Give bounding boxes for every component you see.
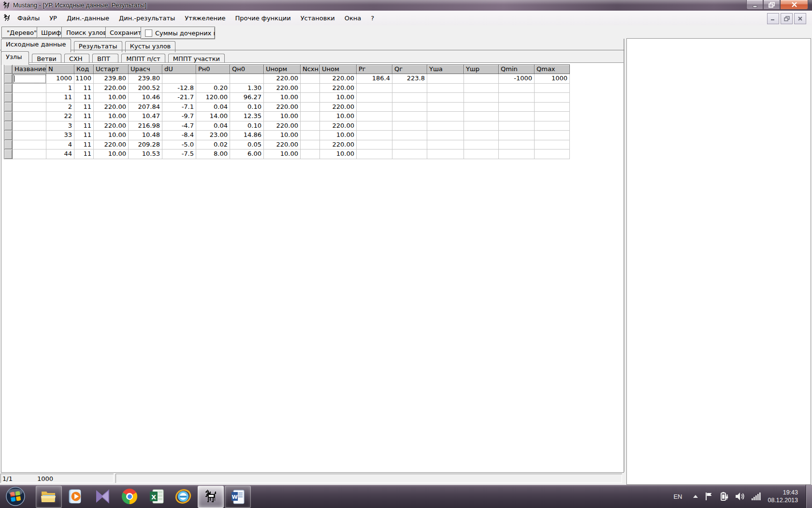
table-cell[interactable]: 216.98 bbox=[129, 121, 162, 131]
table-cell[interactable]: 120.00 bbox=[196, 93, 230, 103]
table-cell[interactable]: 239.80 bbox=[94, 74, 129, 84]
table-cell[interactable]: 22 bbox=[46, 112, 74, 121]
table-cell[interactable]: 220.00 bbox=[264, 121, 301, 131]
table-cell[interactable]: -12.8 bbox=[162, 84, 196, 93]
table-cell[interactable] bbox=[357, 103, 392, 112]
table-cell[interactable]: 10.00 bbox=[264, 149, 301, 159]
table-cell[interactable]: -5.0 bbox=[162, 140, 196, 150]
table-cell[interactable] bbox=[357, 93, 392, 103]
close-button[interactable] bbox=[780, 0, 808, 10]
table-cell[interactable] bbox=[301, 149, 320, 159]
column-header[interactable]: Uрасч bbox=[129, 65, 162, 74]
table-cell[interactable]: 220.00 bbox=[94, 121, 129, 131]
table-cell[interactable] bbox=[499, 103, 535, 112]
table-cell[interactable]: 11 bbox=[74, 93, 94, 103]
table-cell[interactable]: 10.00 bbox=[94, 149, 129, 159]
table-cell[interactable]: 1000 bbox=[535, 74, 570, 84]
table-cell[interactable]: 1000 bbox=[46, 74, 74, 84]
minimize-button[interactable] bbox=[746, 0, 763, 10]
table-cell[interactable] bbox=[535, 93, 570, 103]
taskbar-kmplayer-button[interactable] bbox=[90, 486, 115, 507]
table-cell[interactable] bbox=[357, 84, 392, 93]
table-cell[interactable]: -7.1 bbox=[162, 103, 196, 112]
column-header[interactable]: dU bbox=[162, 65, 196, 74]
table-cell[interactable]: 10.00 bbox=[264, 93, 301, 103]
tab-nodes[interactable]: Узлы bbox=[1, 51, 29, 65]
menu-help[interactable]: ? bbox=[366, 12, 379, 24]
table-cell[interactable]: 10.48 bbox=[129, 131, 162, 140]
row-selector[interactable] bbox=[4, 131, 13, 140]
table-cell[interactable] bbox=[392, 149, 427, 159]
table-cell[interactable]: 10.00 bbox=[94, 131, 129, 140]
table-cell[interactable]: 4 bbox=[46, 140, 74, 150]
table-cell[interactable]: 10.46 bbox=[129, 93, 162, 103]
table-cell[interactable]: 11 bbox=[74, 121, 94, 131]
table-cell[interactable] bbox=[427, 84, 464, 93]
table-cell[interactable]: 11 bbox=[74, 84, 94, 93]
network-button[interactable] bbox=[752, 493, 761, 500]
table-cell[interactable] bbox=[13, 103, 46, 112]
table-cell[interactable]: 10.47 bbox=[129, 112, 162, 121]
table-cell[interactable] bbox=[427, 93, 464, 103]
table-cell[interactable]: 1 bbox=[46, 84, 74, 93]
menu-dyn-data[interactable]: Дин.-данные bbox=[62, 12, 114, 24]
table-cell[interactable] bbox=[464, 93, 499, 103]
table-cell[interactable]: -9.7 bbox=[162, 112, 196, 121]
table-cell[interactable]: 11 bbox=[74, 131, 94, 140]
taskbar-ie-button[interactable] bbox=[171, 486, 196, 507]
table-cell[interactable]: 220.00 bbox=[320, 103, 357, 112]
table-cell[interactable]: 23.00 bbox=[196, 131, 230, 140]
table-cell[interactable] bbox=[357, 149, 392, 159]
table-cell[interactable]: 10.00 bbox=[94, 93, 129, 103]
table-cell[interactable]: 209.28 bbox=[129, 140, 162, 150]
table-cell[interactable]: -21.7 bbox=[162, 93, 196, 103]
table-cell[interactable] bbox=[535, 131, 570, 140]
column-header[interactable]: Uстарт bbox=[94, 65, 129, 74]
column-header[interactable]: Uнорм bbox=[264, 65, 301, 74]
column-header[interactable]: Qmax bbox=[535, 65, 570, 74]
table-cell[interactable] bbox=[464, 140, 499, 150]
column-header[interactable]: Yша bbox=[427, 65, 464, 74]
row-selector[interactable] bbox=[4, 103, 13, 112]
menu-dyn-results[interactable]: Дин.-результаты bbox=[114, 12, 180, 24]
table-cell[interactable] bbox=[392, 140, 427, 150]
tree-button[interactable]: "Дерево" bbox=[1, 27, 42, 38]
row-selector[interactable] bbox=[4, 93, 13, 103]
table-cell[interactable]: -7.5 bbox=[162, 149, 196, 159]
table-cell[interactable]: 220.00 bbox=[94, 103, 129, 112]
table-cell[interactable]: 11 bbox=[74, 112, 94, 121]
table-cell[interactable]: 220.00 bbox=[320, 74, 357, 84]
table-cell[interactable]: 0.10 bbox=[230, 121, 264, 131]
table-cell[interactable] bbox=[13, 93, 46, 103]
table-cell[interactable]: 11 bbox=[74, 140, 94, 150]
table-cell[interactable] bbox=[499, 131, 535, 140]
taskbar-excel-button[interactable]: X bbox=[144, 486, 169, 507]
column-header[interactable]: Yшр bbox=[464, 65, 499, 74]
table-cell[interactable]: 12.35 bbox=[230, 112, 264, 121]
table-cell[interactable] bbox=[427, 121, 464, 131]
table-cell[interactable] bbox=[301, 84, 320, 93]
table-cell[interactable] bbox=[464, 84, 499, 93]
table-cell[interactable] bbox=[392, 84, 427, 93]
language-indicator[interactable]: EN bbox=[673, 493, 682, 500]
table-cell[interactable]: 220.00 bbox=[264, 103, 301, 112]
mdi-close-button[interactable] bbox=[794, 13, 806, 24]
action-center-button[interactable] bbox=[705, 492, 713, 501]
menu-files[interactable]: Файлы bbox=[13, 12, 44, 24]
table-cell[interactable]: 0.02 bbox=[196, 140, 230, 150]
row-selector[interactable] bbox=[4, 112, 13, 121]
table-cell[interactable]: 223.8 bbox=[392, 74, 427, 84]
table-cell[interactable] bbox=[392, 131, 427, 140]
table-cell[interactable]: 220.00 bbox=[320, 140, 357, 150]
menu-other-functions[interactable]: Прочие функции bbox=[231, 12, 296, 24]
child-sums-checkbox[interactable] bbox=[145, 30, 152, 37]
table-cell[interactable] bbox=[464, 121, 499, 131]
table-cell[interactable]: 11 bbox=[74, 103, 94, 112]
table-cell[interactable] bbox=[464, 74, 499, 84]
table-cell[interactable]: 0.04 bbox=[196, 103, 230, 112]
table-cell[interactable] bbox=[162, 74, 196, 84]
table-cell[interactable]: 96.27 bbox=[230, 93, 264, 103]
tab-node-clusters[interactable]: Кусты узлов bbox=[125, 41, 176, 52]
clock[interactable]: 19:43 08.12.2013 bbox=[768, 489, 798, 504]
column-header[interactable]: Nсхн bbox=[301, 65, 320, 74]
